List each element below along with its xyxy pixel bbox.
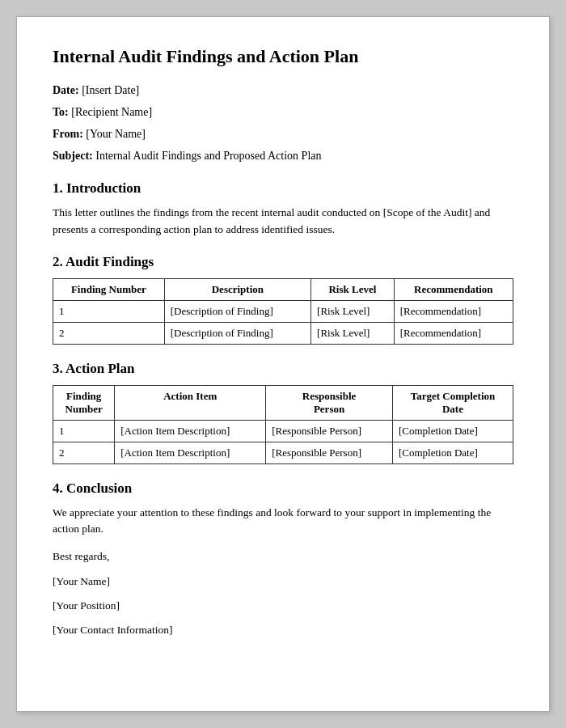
table-cell: [Description of Finding] xyxy=(164,322,310,344)
table-cell: 2 xyxy=(53,322,165,344)
col-risk-level: Risk Level xyxy=(311,278,395,300)
table-cell: [Risk Level] xyxy=(311,322,395,344)
subject-label: Subject: xyxy=(53,150,93,162)
from-label: From: xyxy=(53,128,83,140)
table-cell: 1 xyxy=(53,420,115,442)
table-cell: [Completion Date] xyxy=(392,442,513,463)
col-ap-target-completion: Target CompletionDate xyxy=(392,385,513,420)
closing-position: [Your Position] xyxy=(53,596,513,616)
table-cell: [Recommendation] xyxy=(394,322,513,344)
col-recommendation: Recommendation xyxy=(394,278,513,300)
table-row: 1[Description of Finding][Risk Level][Re… xyxy=(53,300,513,322)
table-row: 2[Action Item Description][Responsible P… xyxy=(53,442,513,463)
table-cell: [Description of Finding] xyxy=(164,300,310,322)
closing-name: [Your Name] xyxy=(53,572,513,591)
col-ap-finding-number: FindingNumber xyxy=(53,385,115,420)
col-description: Description xyxy=(164,278,310,300)
conclusion-body: We appreciate your attention to these fi… xyxy=(53,505,513,538)
audit-findings-table: Finding Number Description Risk Level Re… xyxy=(53,278,513,345)
document-page: Internal Audit Findings and Action Plan … xyxy=(16,16,550,712)
closing-block: Best regards, [Your Name] [Your Position… xyxy=(53,547,513,640)
table-cell: [Action Item Description] xyxy=(115,420,266,442)
from-value: [Your Name] xyxy=(86,128,146,140)
meta-from: From: [Your Name] xyxy=(53,125,513,142)
action-plan-table: FindingNumber Action Item ResponsiblePer… xyxy=(53,385,513,464)
audit-findings-heading: 2. Audit Findings xyxy=(53,254,513,270)
table-row: 2[Description of Finding][Risk Level][Re… xyxy=(53,322,513,344)
audit-findings-header-row: Finding Number Description Risk Level Re… xyxy=(53,278,513,300)
table-cell: [Risk Level] xyxy=(311,300,395,322)
action-plan-heading: 3. Action Plan xyxy=(53,361,513,377)
conclusion-heading: 4. Conclusion xyxy=(53,480,513,497)
to-label: To: xyxy=(53,106,69,118)
date-value: [Insert Date] xyxy=(82,84,139,96)
table-cell: 2 xyxy=(53,442,115,463)
introduction-heading: 1. Introduction xyxy=(53,180,513,197)
meta-date: Date: [Insert Date] xyxy=(53,82,513,99)
table-cell: [Recommendation] xyxy=(394,300,513,322)
action-plan-header-row: FindingNumber Action Item ResponsiblePer… xyxy=(53,385,513,420)
meta-subject: Subject: Internal Audit Findings and Pro… xyxy=(53,147,513,164)
date-label: Date: xyxy=(53,84,79,96)
introduction-body: This letter outlines the findings from t… xyxy=(53,205,513,238)
table-cell: 1 xyxy=(53,300,165,322)
table-cell: [Action Item Description] xyxy=(115,442,266,463)
table-cell: [Completion Date] xyxy=(392,420,513,442)
col-ap-action-item: Action Item xyxy=(115,385,266,420)
subject-value: Internal Audit Findings and Proposed Act… xyxy=(95,150,321,162)
to-value: [Recipient Name] xyxy=(71,106,152,118)
meta-to: To: [Recipient Name] xyxy=(53,104,513,121)
closing-contact: [Your Contact Information] xyxy=(53,620,513,640)
col-finding-number: Finding Number xyxy=(53,278,165,300)
table-cell: [Responsible Person] xyxy=(266,420,393,442)
page-title: Internal Audit Findings and Action Plan xyxy=(53,46,513,67)
table-cell: [Responsible Person] xyxy=(266,442,393,463)
closing-salutation: Best regards, xyxy=(53,547,513,566)
table-row: 1[Action Item Description][Responsible P… xyxy=(53,420,513,442)
col-ap-responsible-person: ResponsiblePerson xyxy=(266,385,393,420)
